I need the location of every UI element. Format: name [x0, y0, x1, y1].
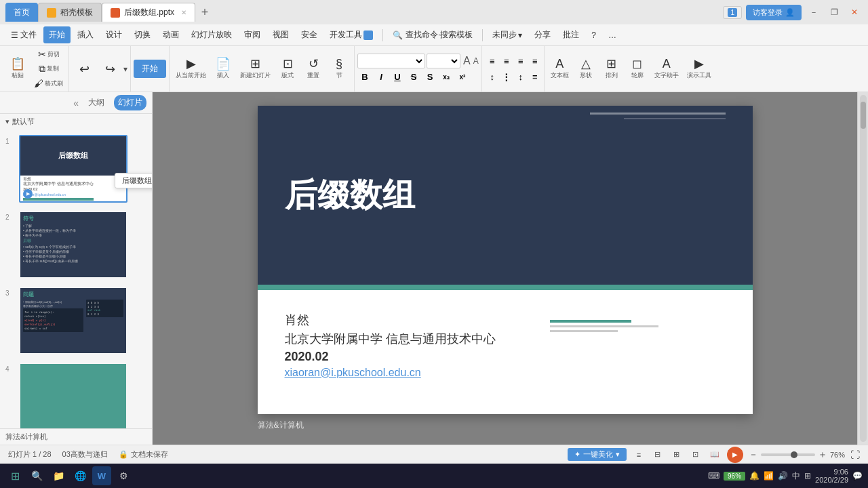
menu-comment[interactable]: 批注 [557, 26, 585, 43]
menu-more[interactable]: … [603, 28, 622, 43]
grid-icon[interactable]: ⊞ [804, 471, 811, 481]
slide-thumb-2[interactable]: 符号 • 了解 • 从各字串通连接的一段，称为子串 • 称子为子串 后缀 • s… [19, 211, 127, 279]
tab-rice[interactable]: 稻壳模板 [38, 3, 102, 22]
menu-security[interactable]: 安全 [296, 26, 323, 43]
collapse-panel-button[interactable]: « [73, 98, 79, 108]
italic-button[interactable]: I [374, 70, 389, 85]
restore-button[interactable]: ❐ [826, 4, 842, 20]
right-scrollbar[interactable] [857, 92, 868, 445]
slide-canvas[interactable]: 后缀数组 肖然 北京大学附属中学 信息与通用技术中心 2020.02 xiaor… [258, 106, 753, 414]
col-button[interactable]: ⋮ [499, 69, 514, 84]
tab-outline[interactable]: 大纲 [84, 95, 108, 110]
slide-item-2[interactable]: 2 符号 • 了解 • 从各字串通连接的一段，称为子串 • 称子为子串 后缀 •… [3, 208, 149, 281]
keyboard-icon[interactable]: ⌨ [708, 471, 719, 481]
menu-search[interactable]: 🔍 查找命令·搜索模板 [387, 26, 478, 43]
menu-view[interactable]: 视图 [267, 26, 294, 43]
shadow-button[interactable]: S [422, 70, 437, 85]
fullscreen-button[interactable]: ⛶ [850, 449, 860, 460]
slide-thumb-1[interactable]: 后缀数组 肖然 北京大学附属中学 信息与通用技术中心 2020.02 xiaor… [19, 135, 127, 203]
notification-center-icon[interactable]: 💬 [852, 471, 863, 481]
menu-insert[interactable]: 插入 [72, 26, 99, 43]
taskbar-wps-button[interactable]: W [92, 466, 111, 485]
slide-email[interactable]: xiaoran@i.pkuschool.edu.cn [285, 367, 496, 379]
paste-button[interactable]: 📋 粘贴 [5, 56, 30, 82]
underline-button[interactable]: U [390, 70, 405, 85]
new-slide-button[interactable]: ⊞ 新建幻灯片 [237, 56, 274, 82]
menu-start[interactable]: 开始 [43, 26, 71, 43]
minimize-button[interactable]: － [806, 4, 822, 20]
menu-design[interactable]: 设计 [100, 26, 127, 43]
undo-dropdown[interactable]: ▾ [123, 64, 127, 74]
slide-play-button[interactable]: ▶ [23, 189, 33, 199]
slide-thumb-4[interactable] [19, 363, 127, 428]
play-from-start-button[interactable]: ▶ 从当前开始 [172, 56, 210, 82]
tab-pptx[interactable]: 后缀数组.pptx ✕ [102, 3, 195, 22]
slide-item-4[interactable]: 4 [3, 360, 149, 428]
section-button[interactable]: § 节 [327, 56, 351, 82]
slide-item-3[interactable]: 3 问题 • 假如我们 suf(1),suf(2),...,suf(n) 将所有… [3, 284, 149, 357]
zoom-slider[interactable] [761, 453, 815, 456]
taskbar-app-button[interactable]: ⚙ [114, 466, 133, 485]
subscript-button[interactable]: x₂ [439, 70, 454, 85]
sort-button[interactable]: ⊞ 排列 [599, 56, 624, 82]
reset-button[interactable]: ↺ 重置 [301, 56, 326, 82]
superscript-button[interactable]: x² [455, 70, 470, 85]
view-list-button[interactable]: ≡ [632, 448, 646, 462]
zoom-in-button[interactable]: ＋ [818, 449, 827, 461]
decrease-font-button[interactable]: A [473, 56, 479, 66]
menu-review[interactable]: 审阅 [239, 26, 266, 43]
visitor-login-button[interactable]: 访客登录 👤 [746, 5, 802, 20]
network-icon[interactable]: 📶 [764, 471, 774, 481]
tab-home[interactable]: 首页 [5, 3, 38, 22]
menu-help[interactable]: ? [586, 28, 601, 43]
menu-file[interactable]: ☰ 文件 [5, 26, 42, 43]
scrollbar-track[interactable] [860, 95, 867, 442]
tab-slides[interactable]: 幻灯片 [114, 95, 146, 110]
view-reading-button[interactable]: 📖 [708, 448, 722, 462]
list-button[interactable]: ≡ [528, 69, 542, 84]
zoom-out-button[interactable]: － [749, 449, 758, 461]
beautify-button[interactable]: ✦ 一键美化 ▾ [568, 448, 627, 461]
increase-font-button[interactable]: A [463, 55, 471, 67]
menu-devtools[interactable]: 开发工具 [324, 26, 378, 43]
format-painter-button[interactable]: 🖌 格式刷 [31, 77, 66, 90]
layout-button[interactable]: ⊡ 版式 [275, 56, 300, 82]
view-grid-button[interactable]: ⊞ [670, 448, 684, 462]
ime-indicator[interactable]: 中 [792, 470, 800, 482]
bold-button[interactable]: B [357, 70, 372, 85]
present-tools-button[interactable]: ▶ 演示工具 [684, 56, 715, 82]
windows-start-button[interactable]: ⊞ [5, 466, 24, 485]
close-button[interactable]: ✕ [846, 4, 863, 20]
taskbar-browser-button[interactable]: 🌐 [71, 466, 90, 485]
taskbar-file-button[interactable]: 📁 [49, 466, 68, 485]
volume-icon[interactable]: 🔊 [778, 471, 788, 481]
menu-transition[interactable]: 切换 [129, 26, 156, 43]
align-center-button[interactable]: ≡ [499, 54, 514, 68]
menu-animation[interactable]: 动画 [157, 26, 184, 43]
strikethrough-button[interactable]: S [406, 70, 421, 85]
add-tab-button[interactable]: + [195, 3, 214, 22]
shape-button[interactable]: △ 形状 [574, 56, 598, 82]
outline-button[interactable]: ◻ 轮廓 [625, 56, 650, 82]
align-right-button[interactable]: ≡ [513, 54, 528, 68]
font-size-select[interactable] [427, 54, 460, 68]
menu-sync[interactable]: 未同步 ▾ [487, 26, 528, 43]
text-box-button[interactable]: A 文本框 [547, 56, 572, 82]
canvas-area[interactable]: 后缀数组 肖然 北京大学附属中学 信息与通用技术中心 2020.02 xiaor… [153, 92, 857, 445]
undo-button[interactable]: ↩ [72, 61, 96, 77]
play-slideshow-button[interactable]: ▶ [727, 447, 743, 463]
view-normal-button[interactable]: ⊟ [651, 448, 665, 462]
tab-close-icon[interactable]: ✕ [181, 9, 186, 16]
align-justify-button[interactable]: ≡ [528, 54, 542, 68]
menu-slideshow[interactable]: 幻灯片放映 [186, 26, 237, 43]
copy-button[interactable]: ⧉ 复制 [31, 62, 66, 76]
start-presentation-button[interactable]: 开始 [134, 60, 166, 78]
insert-button[interactable]: 📄 插入 [211, 56, 235, 82]
font-family-select[interactable] [357, 54, 425, 68]
line-spacing-button[interactable]: ↕ [513, 69, 528, 84]
menu-share[interactable]: 分享 [529, 26, 556, 43]
taskbar-search-button[interactable]: 🔍 [27, 466, 46, 485]
text-assist-button[interactable]: A 文字助手 [651, 56, 682, 82]
cut-button[interactable]: ✂ 剪切 [31, 47, 66, 61]
text-direction-button[interactable]: ↕ [485, 69, 500, 84]
